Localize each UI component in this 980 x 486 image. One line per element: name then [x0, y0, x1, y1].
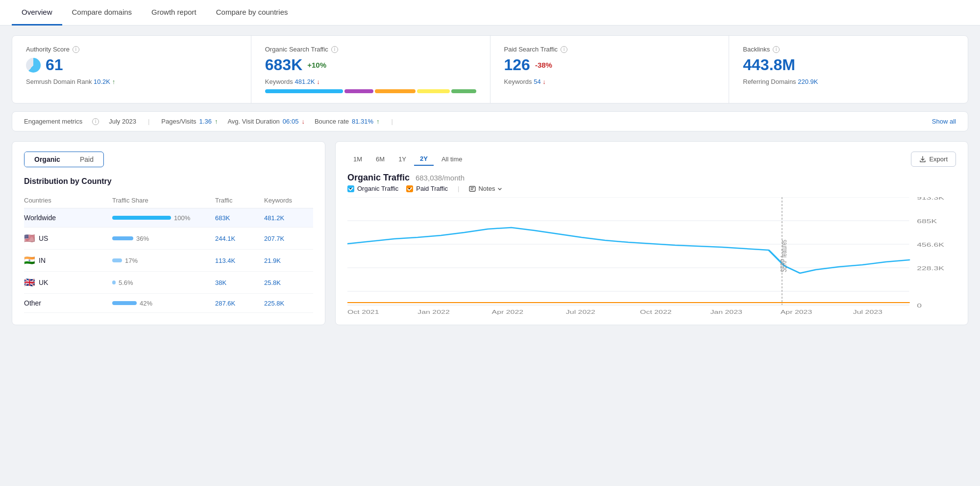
organic-traffic-value: 683K +10%: [265, 56, 476, 74]
col-traffic-share: Traffic Share: [112, 197, 215, 204]
kbar-purple: [344, 89, 373, 93]
svg-text:Jan 2023: Jan 2023: [710, 309, 742, 315]
table-row: 🇺🇸 US 36% 244.1K 207.7K: [24, 228, 313, 250]
avg-duration-label: Avg. Visit Duration: [227, 118, 279, 125]
top-nav: Overview Compare domains Growth report C…: [0, 0, 980, 26]
bar-fill: [112, 236, 133, 240]
authority-score-value: 61: [26, 56, 237, 74]
engagement-info-icon[interactable]: i: [92, 118, 99, 125]
bar-fill: [112, 258, 122, 262]
time-2y[interactable]: 2Y: [414, 153, 434, 166]
keywords-value: 481.2K: [264, 214, 313, 222]
nav-compare-domains[interactable]: Compare domains: [62, 0, 142, 26]
svg-text:Jan 2022: Jan 2022: [417, 309, 449, 315]
time-1y[interactable]: 1Y: [392, 153, 412, 165]
keyword-distribution-bar: [265, 89, 476, 93]
paid-traffic-value: 126 -38%: [504, 56, 715, 74]
tab-paid[interactable]: Paid: [70, 152, 103, 167]
svg-text:Apr 2022: Apr 2022: [492, 309, 524, 315]
pages-visits-label: Pages/Visits: [161, 118, 196, 125]
authority-score-icon: [26, 58, 41, 73]
svg-text:SERP features: SERP features: [780, 240, 788, 272]
kbar-green: [451, 89, 476, 93]
paid-traffic-change: -38%: [535, 61, 552, 69]
bounce-rate-trend: ↑: [376, 118, 380, 125]
legend-paid-label: Paid Traffic: [416, 185, 448, 192]
sep2: |: [392, 118, 393, 125]
organic-traffic-keywords: Keywords 481.2K ↓: [265, 78, 476, 85]
nav-compare-countries[interactable]: Compare by countries: [206, 0, 298, 26]
traffic-value: 683K: [215, 214, 264, 222]
engagement-bar: Engagement metrics i July 2023 | Pages/V…: [12, 111, 968, 131]
nav-growth-report[interactable]: Growth report: [142, 0, 206, 26]
referring-domains-value: 220.9K: [798, 78, 818, 85]
pages-visits-trend: ↑: [215, 118, 218, 125]
avg-duration-trend: ↓: [301, 118, 305, 125]
svg-text:Apr 2023: Apr 2023: [781, 309, 812, 315]
keywords-value: 225.8K: [264, 300, 313, 307]
bottom-section: Organic Paid Distribution by Country Cou…: [12, 141, 968, 325]
col-keywords: Keywords: [264, 197, 313, 204]
notes-button[interactable]: Notes: [469, 185, 502, 192]
organic-traffic-info-icon[interactable]: i: [331, 46, 338, 53]
chart-area: SERP features 913.3K 685K 456.6K 228.3K …: [347, 197, 956, 315]
domain-rank-value: 10.2K: [94, 78, 110, 85]
paid-traffic-label: Paid Search Traffic i: [504, 46, 715, 53]
chart-header: Organic Traffic 683,038/month: [347, 173, 956, 183]
organic-traffic-checkbox-icon[interactable]: [347, 185, 354, 192]
organic-traffic-change: +10%: [307, 61, 326, 69]
time-1m[interactable]: 1M: [347, 153, 368, 165]
country-cell: Worldwide: [24, 214, 112, 222]
paid-traffic-info-icon[interactable]: i: [561, 46, 567, 53]
engagement-date: July 2023: [109, 118, 136, 125]
distribution-title: Distribution by Country: [24, 177, 313, 186]
export-label: Export: [929, 155, 948, 163]
traffic-pct-value: 5.6%: [119, 279, 133, 286]
organic-kw-trend: ↓: [317, 78, 320, 85]
country-cell: 🇺🇸 US: [24, 233, 112, 244]
flag-icon: 🇺🇸: [24, 233, 35, 244]
card-authority-score: Authority Score i 61 Semrush Domain Rank…: [12, 36, 251, 103]
svg-text:456.6K: 456.6K: [917, 242, 944, 248]
kbar-yellow: [417, 89, 450, 93]
chart-top-row: 1M 6M 1Y 2Y All time Export: [347, 152, 956, 167]
table-row: 🇬🇧 UK 5.6% 38K 25.8K: [24, 272, 313, 294]
show-all-button[interactable]: Show all: [932, 118, 956, 125]
country-name: US: [39, 234, 48, 242]
card-organic-traffic: Organic Search Traffic i 683K +10% Keywo…: [251, 36, 490, 103]
bar-fill: [112, 216, 171, 220]
sep1: |: [148, 118, 149, 125]
export-button[interactable]: Export: [911, 152, 956, 167]
metrics-cards: Authority Score i 61 Semrush Domain Rank…: [12, 35, 968, 103]
flag-icon: 🇮🇳: [24, 255, 35, 266]
pages-visits-value: 1.36: [199, 118, 212, 125]
kbar-orange: [375, 89, 416, 93]
domain-rank-trend: ↑: [112, 78, 116, 85]
paid-traffic-checkbox-icon[interactable]: [406, 185, 413, 192]
notes-chevron-icon: [497, 186, 502, 191]
nav-overview[interactable]: Overview: [12, 0, 62, 26]
authority-score-sub: Semrush Domain Rank 10.2K ↑: [26, 78, 237, 85]
keywords-value: 25.8K: [264, 279, 313, 286]
svg-text:Jul 2023: Jul 2023: [853, 309, 882, 315]
legend-separator: |: [458, 185, 459, 192]
svg-text:Jul 2022: Jul 2022: [566, 309, 595, 315]
svg-text:228.3K: 228.3K: [917, 265, 944, 271]
card-backlinks: Backlinks i 443.8M Referring Domains 220…: [729, 36, 968, 103]
time-6m[interactable]: 6M: [370, 153, 391, 165]
authority-score-info-icon[interactable]: i: [73, 46, 79, 53]
time-all[interactable]: All time: [436, 153, 468, 165]
country-name: UK: [39, 279, 48, 286]
legend-organic-label: Organic Traffic: [357, 185, 398, 192]
table-row: Other 42% 287.6K 225.8K: [24, 294, 313, 313]
traffic-pct-value: 17%: [125, 257, 138, 264]
backlinks-info-icon[interactable]: i: [773, 46, 780, 53]
tab-organic[interactable]: Organic: [24, 152, 70, 167]
flag-icon: 🇬🇧: [24, 277, 35, 288]
traffic-pct-value: 36%: [136, 235, 149, 242]
country-name: IN: [39, 256, 46, 264]
time-range-selector: 1M 6M 1Y 2Y All time: [347, 153, 468, 166]
traffic-pct-value: 100%: [174, 214, 190, 222]
organic-traffic-label: Organic Search Traffic i: [265, 46, 476, 53]
distribution-table-header: Countries Traffic Share Traffic Keywords: [24, 193, 313, 208]
